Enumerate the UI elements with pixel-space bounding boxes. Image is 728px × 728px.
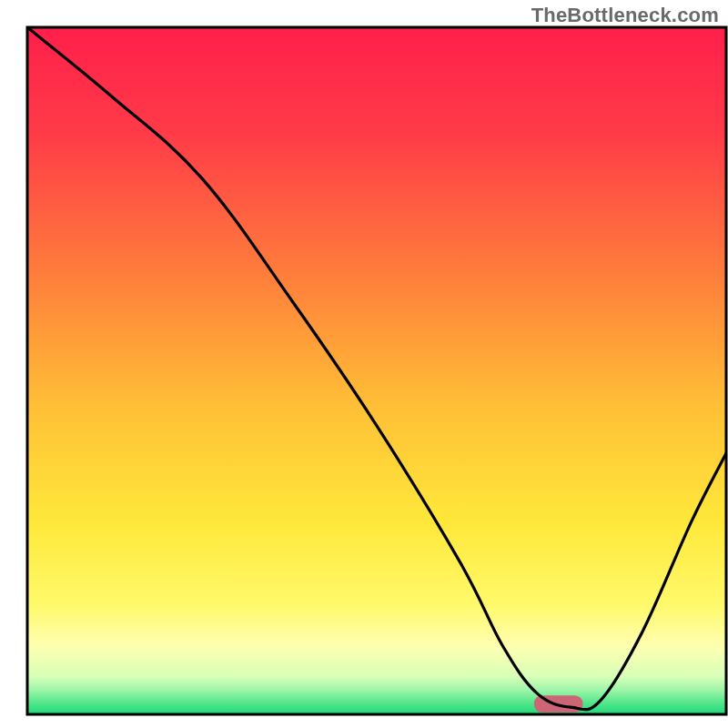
watermark-text: TheBottleneck.com — [531, 4, 719, 27]
bottleneck-chart: TheBottleneck.com — [0, 0, 728, 728]
chart-svg — [0, 0, 728, 728]
gradient-background — [27, 27, 726, 714]
